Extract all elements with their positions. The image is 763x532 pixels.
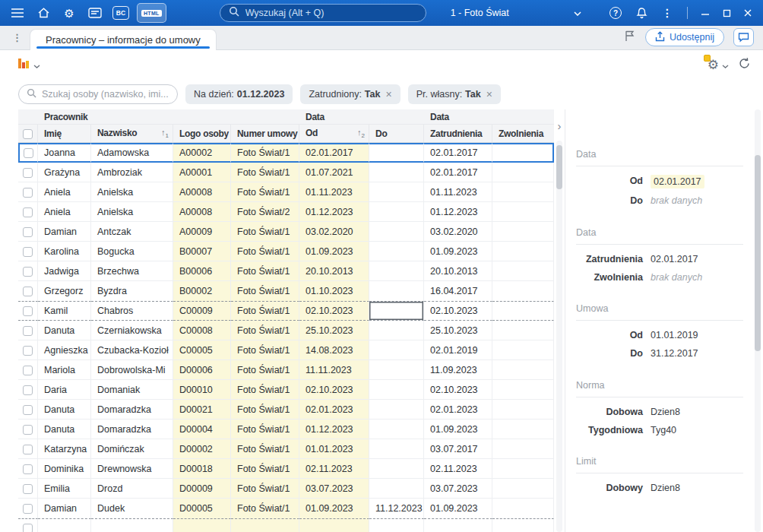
cell-do[interactable] (369, 340, 424, 360)
cell-zwolnienia[interactable] (492, 222, 554, 242)
cell-numer[interactable]: Foto Świat/1 (231, 143, 299, 163)
cell-logo[interactable]: D00006 (173, 360, 231, 380)
global-search-input[interactable] (245, 8, 417, 18)
cell-zwolnienia[interactable] (492, 321, 554, 340)
col-header-zatrudnienia[interactable]: Zatrudnienia (424, 125, 492, 143)
table-row[interactable]: JadwigaBrzechwaB00006Foto Świat/120.10.2… (18, 261, 554, 281)
cell-zatrudnienia[interactable]: 03.02.2020 (424, 222, 492, 242)
flag-icon[interactable] (623, 30, 636, 46)
row-checkbox[interactable] (23, 168, 33, 178)
row-checkbox[interactable] (23, 247, 33, 257)
col-header-zwolnienia[interactable]: Zwolnienia (492, 125, 554, 143)
cell-imie[interactable]: Joanna (38, 143, 91, 163)
cell-od[interactable]: 01.12.2023 (299, 202, 369, 222)
table-row[interactable]: AnielaAnielskaA00008Foto Świat/101.11.20… (18, 182, 554, 202)
col-header-nazwisko[interactable]: Nazwisko↑1 (91, 125, 173, 143)
cell-do[interactable] (369, 202, 424, 222)
cell-do[interactable] (369, 261, 424, 281)
chip-close-icon[interactable]: × (385, 89, 391, 100)
cell-numer[interactable]: Foto Świat/1 (231, 400, 299, 420)
panel-collapse-icon[interactable]: › (558, 120, 562, 131)
cell-do[interactable]: 11.12.2023 (369, 499, 424, 518)
row-checkbox[interactable] (23, 504, 33, 514)
col-header-logo-osoby[interactable]: Logo osoby (173, 125, 231, 143)
cell-od[interactable]: 01.11.2023 (299, 182, 369, 202)
cell-logo[interactable]: D00010 (173, 380, 231, 400)
cell-numer[interactable]: Foto Świat/1 (231, 420, 299, 439)
cell-nazwisko[interactable]: Dudek (91, 499, 173, 518)
table-row[interactable]: EmiliaDrozdD00009Foto Świat/103.07.20230… (18, 479, 554, 499)
cell-zatrudnienia[interactable]: 02.01.2023 (424, 400, 492, 420)
cell-logo[interactable]: A00001 (173, 163, 231, 182)
cell-logo[interactable]: B00007 (173, 242, 231, 261)
table-row[interactable]: DanutaDomaradzkaD00004Foto Świat/101.12.… (18, 420, 554, 439)
cell-od[interactable]: 02.01.2017 (299, 143, 369, 163)
cell-logo[interactable]: B00002 (173, 281, 231, 301)
cell-imie[interactable]: Jadwiga (38, 261, 91, 281)
cell-nazwisko[interactable]: Dobrowolska-Mi (91, 360, 173, 380)
cell-numer[interactable]: Foto Świat/1 (231, 340, 299, 360)
row-checkbox[interactable] (23, 227, 33, 237)
panel-vertical-scrollbar[interactable] (755, 109, 761, 532)
cell-numer[interactable]: Foto Świat/1 (231, 499, 299, 518)
cell-zatrudnienia[interactable]: 01.09.2023 (424, 242, 492, 261)
table-row[interactable]: DanutaCzerniakowskaC00008Foto Świat/125.… (18, 321, 554, 340)
cell-numer[interactable]: Foto Świat/1 (231, 321, 299, 340)
more-options-icon[interactable]: ⋮ (657, 3, 677, 23)
cell-nazwisko[interactable]: Domaradzka (91, 400, 173, 420)
col-header-do[interactable]: Do (369, 125, 424, 143)
cell-nazwisko[interactable]: Czubacka-Kozioł (91, 340, 173, 360)
cell-od[interactable] (299, 518, 369, 532)
table-row[interactable]: DariaDomaniakD00010Foto Świat/102.10.202… (18, 380, 554, 400)
table-row[interactable]: AgnieszkaCzubacka-KoziołC00005Foto Świat… (18, 340, 554, 360)
table-row[interactable]: AnielaAnielskaA00008Foto Świat/201.12.20… (18, 202, 554, 222)
chart-menu-button[interactable] (17, 56, 40, 73)
cell-logo[interactable]: C00008 (173, 321, 231, 340)
cell-nazwisko[interactable]: Bogucka (91, 242, 173, 261)
cell-do[interactable] (369, 163, 424, 182)
cell-od[interactable]: 03.02.2020 (299, 222, 369, 242)
cell-nazwisko[interactable]: Domaradzka (91, 420, 173, 439)
col-header-imie[interactable]: Imię (38, 125, 91, 143)
cell-do[interactable] (369, 479, 424, 499)
cell-logo[interactable]: D00021 (173, 400, 231, 420)
cell-od[interactable]: 20.10.2013 (299, 261, 369, 281)
cell-numer[interactable] (231, 518, 299, 532)
cell-zatrudnienia[interactable]: 02.11.2023 (424, 459, 492, 479)
cell-nazwisko[interactable]: Antczak (91, 222, 173, 242)
cell-do[interactable] (369, 182, 424, 202)
cell-nazwisko[interactable]: Anielska (91, 202, 173, 222)
cell-logo[interactable]: D00009 (173, 479, 231, 499)
cell-numer[interactable]: Foto Świat/1 (231, 242, 299, 261)
cell-imie[interactable]: Mariola (38, 360, 91, 380)
cell-zwolnienia[interactable] (492, 261, 554, 281)
panel-view-icon[interactable] (85, 3, 105, 23)
cell-imie[interactable]: Aniela (38, 182, 91, 202)
cell-zatrudnienia[interactable]: 01.09.2023 (424, 420, 492, 439)
cell-od[interactable]: 02.10.2023 (299, 301, 369, 321)
cell-imie[interactable]: Katarzyna (38, 439, 91, 459)
cell-numer[interactable]: Foto Świat/1 (231, 182, 299, 202)
cell-od[interactable]: 01.12.2023 (299, 420, 369, 439)
row-checkbox[interactable] (23, 207, 33, 217)
cell-zatrudnienia[interactable] (424, 518, 492, 532)
settings-icon[interactable]: ⚙ (59, 3, 79, 23)
maximize-button[interactable] (716, 3, 737, 23)
cell-do[interactable] (369, 439, 424, 459)
cell-zatrudnienia[interactable]: 01.12.2023 (424, 202, 492, 222)
cell-zwolnienia[interactable] (492, 340, 554, 360)
bc-icon[interactable]: BC (111, 3, 131, 23)
row-checkbox[interactable] (23, 484, 33, 494)
cell-imie[interactable]: Emilia (38, 479, 91, 499)
cell-zwolnienia[interactable] (492, 163, 554, 182)
cell-do[interactable] (369, 518, 424, 532)
cell-imie[interactable]: Karolina (38, 242, 91, 261)
cell-od[interactable]: 01.09.2023 (299, 242, 369, 261)
cell-zwolnienia[interactable] (492, 360, 554, 380)
cell-imie[interactable]: Grzegorz (38, 281, 91, 301)
cell-zwolnienia[interactable] (492, 380, 554, 400)
cell-imie[interactable]: Grażyna (38, 163, 91, 182)
cell-zwolnienia[interactable] (492, 420, 554, 439)
cell-imie[interactable]: Kamil (38, 301, 91, 321)
global-search[interactable] (220, 4, 426, 22)
